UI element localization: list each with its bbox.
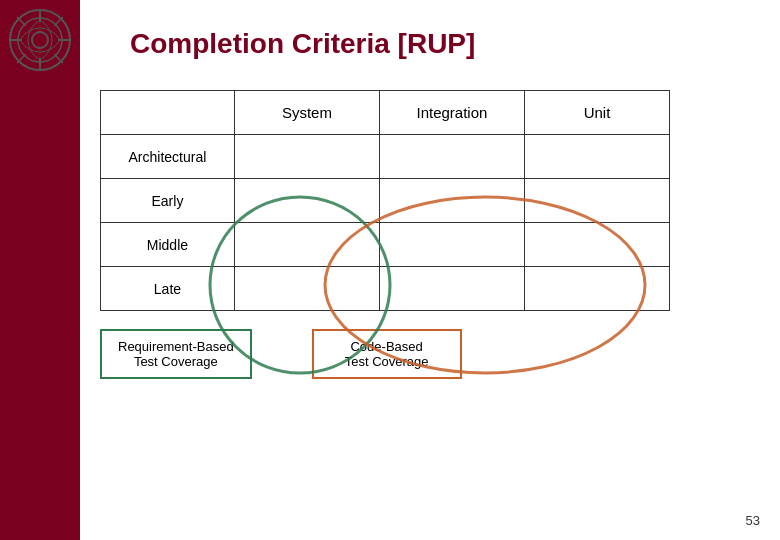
cell-late-unit <box>524 267 669 311</box>
row-label-architectural: Architectural <box>101 135 235 179</box>
cell-early-unit <box>524 179 669 223</box>
cell-late-integration <box>379 267 524 311</box>
cell-middle-unit <box>524 223 669 267</box>
row-label-late: Late <box>101 267 235 311</box>
cell-arch-integration <box>379 135 524 179</box>
logo <box>8 8 72 72</box>
page-title: Completion Criteria [RUP] <box>130 28 475 60</box>
page-number: 53 <box>746 513 760 528</box>
labels-row: Requirement-BasedTest Coverage Code-Base… <box>100 329 760 379</box>
cell-early-system <box>234 179 379 223</box>
main-content: System Integration Unit Architectural Ea… <box>90 90 760 379</box>
cell-arch-unit <box>524 135 669 179</box>
row-label-early: Early <box>101 179 235 223</box>
criteria-table: System Integration Unit Architectural Ea… <box>100 90 670 311</box>
code-based-label: Code-BasedTest Coverage <box>312 329 462 379</box>
col-header-empty <box>101 91 235 135</box>
table-row: Late <box>101 267 670 311</box>
svg-line-7 <box>17 17 26 26</box>
requirement-based-text: Requirement-BasedTest Coverage <box>118 339 234 369</box>
requirement-based-label: Requirement-BasedTest Coverage <box>100 329 252 379</box>
code-based-text: Code-BasedTest Coverage <box>345 339 429 369</box>
svg-line-8 <box>54 54 63 63</box>
cell-middle-integration <box>379 223 524 267</box>
table-row: Middle <box>101 223 670 267</box>
row-label-middle: Middle <box>101 223 235 267</box>
table-row: Architectural <box>101 135 670 179</box>
svg-line-10 <box>17 54 26 63</box>
table-row: Early <box>101 179 670 223</box>
col-header-unit: Unit <box>524 91 669 135</box>
cell-late-system <box>234 267 379 311</box>
cell-middle-system <box>234 223 379 267</box>
col-header-integration: Integration <box>379 91 524 135</box>
col-header-system: System <box>234 91 379 135</box>
sidebar <box>0 0 80 540</box>
cell-early-integration <box>379 179 524 223</box>
cell-arch-system <box>234 135 379 179</box>
svg-line-9 <box>54 17 63 26</box>
svg-point-2 <box>32 32 48 48</box>
